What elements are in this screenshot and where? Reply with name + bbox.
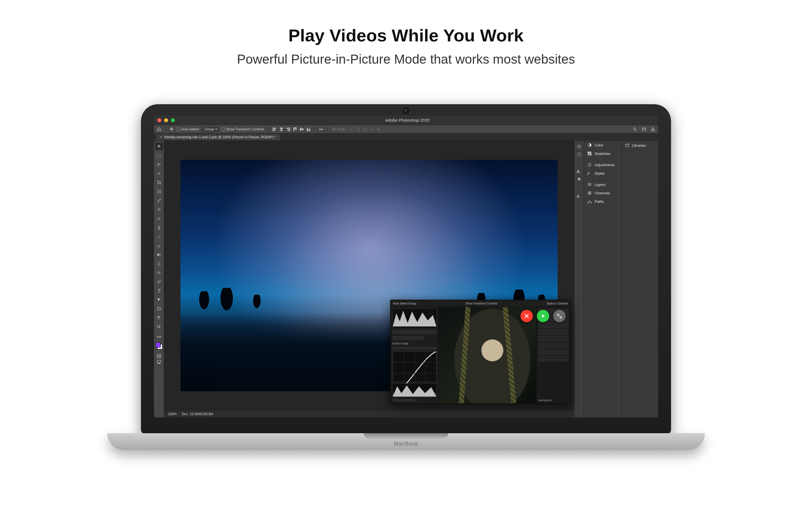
svg-point-20 <box>322 129 323 129</box>
pip-expand-button[interactable] <box>553 310 566 322</box>
window-title: Adobe Photoshop 2020 <box>175 118 640 122</box>
edit-toolbar-icon[interactable] <box>157 335 161 339</box>
pip-close-button[interactable] <box>520 310 533 322</box>
align-distribute-icons[interactable] <box>272 127 311 131</box>
properties-panel-icon[interactable] <box>577 152 581 157</box>
glyphs-panel-icon[interactable]: A <box>577 194 581 199</box>
screen-mode-icon[interactable] <box>157 359 161 364</box>
zoom-tool[interactable] <box>155 323 163 331</box>
panel-item-paths[interactable]: Paths <box>584 197 621 206</box>
hinge-notch <box>364 433 448 439</box>
healing-brush-tool[interactable] <box>155 206 163 214</box>
styles-panel-icon: fx <box>587 171 592 175</box>
character-panel-icon[interactable]: A <box>577 169 581 174</box>
curves-panel[interactable] <box>393 351 437 382</box>
panel-label: Layers <box>595 182 606 187</box>
pip-play-button[interactable] <box>537 310 549 322</box>
pip-panel-row[interactable] <box>393 330 437 334</box>
pip-titlebar[interactable]: Auto-Select Group Show Transform Control… <box>391 300 570 307</box>
pip-panel-row <box>393 347 437 349</box>
blur-tool[interactable] <box>155 260 163 268</box>
svg-rect-42 <box>158 363 160 363</box>
pen-tool[interactable] <box>155 278 163 286</box>
share-icon[interactable] <box>651 127 655 131</box>
pip-panel-row[interactable] <box>393 336 423 340</box>
doc-size[interactable]: Doc: 10.00M/330.6M <box>182 412 213 416</box>
eraser-tool[interactable] <box>155 242 163 249</box>
home-icon[interactable] <box>157 127 161 131</box>
histogram-icon <box>393 383 437 393</box>
brush-tool[interactable] <box>155 215 163 223</box>
panel-item-swatches[interactable]: Swatches <box>584 149 621 158</box>
crop-tool[interactable] <box>155 179 163 186</box>
window-minimize-button[interactable] <box>164 118 168 122</box>
clone-stamp-tool[interactable] <box>155 224 163 231</box>
panel-item-styles[interactable]: fx Styles <box>584 169 621 177</box>
history-panel-icon[interactable] <box>577 144 581 149</box>
panel-label: Adjustments <box>595 163 615 167</box>
panel-label: Channels <box>595 191 610 195</box>
svg-rect-11 <box>296 128 296 130</box>
close-tab-icon[interactable]: × <box>160 135 162 139</box>
gradient-tool[interactable] <box>155 251 163 259</box>
quick-mask-icon[interactable] <box>157 354 161 358</box>
frame-tool[interactable] <box>155 187 163 195</box>
svg-rect-2 <box>274 130 275 131</box>
marketing-headline: Play Videos While You Work <box>0 25 812 45</box>
svg-point-55 <box>591 203 592 203</box>
svg-rect-16 <box>307 128 308 130</box>
search-icon[interactable] <box>633 127 637 131</box>
dodge-tool[interactable] <box>155 269 163 277</box>
auto-select-checkbox[interactable]: Auto-Select: <box>177 127 200 131</box>
move-tool[interactable] <box>155 143 163 151</box>
pip-layer-row[interactable] <box>538 349 568 355</box>
show-transform-checkbox[interactable]: Show Transform Controls <box>221 127 264 131</box>
path-select-tool[interactable] <box>155 296 163 304</box>
panel-item-color[interactable]: Color <box>584 141 621 149</box>
zoom-level[interactable]: 100% <box>168 412 177 416</box>
panel-label: Libraries <box>632 144 646 148</box>
color-swatch[interactable] <box>156 342 162 349</box>
pip-window[interactable]: Auto-Select Group Show Transform Control… <box>390 300 571 404</box>
window-close-button[interactable] <box>157 118 161 122</box>
type-tool[interactable] <box>155 287 163 295</box>
pip-layer-row[interactable] <box>538 329 568 335</box>
panel-item-layers[interactable]: Layers <box>584 180 621 189</box>
quick-select-tool[interactable] <box>155 170 163 177</box>
panel-item-channels[interactable]: Channels <box>584 189 621 197</box>
lasso-tool[interactable] <box>155 161 163 168</box>
auto-select-target-dropdown[interactable]: Group <box>202 127 218 132</box>
panel-item-adjustments[interactable]: Adjustments <box>584 161 621 169</box>
panel-item-libraries[interactable]: Libraries <box>622 141 658 150</box>
svg-rect-34 <box>158 307 160 310</box>
more-options-icon[interactable] <box>319 127 323 131</box>
eyedropper-tool[interactable] <box>155 196 163 205</box>
hand-tool[interactable] <box>155 314 163 322</box>
pip-left-panel: Entire Image <box>391 307 439 403</box>
svg-point-18 <box>319 129 320 129</box>
svg-rect-17 <box>309 129 310 130</box>
svg-rect-15 <box>307 130 310 131</box>
pip-right-label: Styles ▸ Channel <box>547 302 568 305</box>
document-tab[interactable]: × friendly-streaming-raw-1-and-2.psb @ 1… <box>156 134 280 140</box>
pip-layer-row[interactable] <box>538 342 568 348</box>
pip-layer-row[interactable] <box>538 336 568 341</box>
arrange-documents-icon[interactable] <box>642 127 646 131</box>
align-hcenter-icon <box>279 127 284 131</box>
paths-panel-icon <box>587 199 592 204</box>
panel-list-1: Color Swatches Adjustments <box>583 141 621 417</box>
status-caret-icon[interactable]: 〉 <box>218 411 221 416</box>
pip-layer-row[interactable] <box>538 322 568 328</box>
tools-palette <box>154 141 164 417</box>
shape-tool[interactable] <box>155 305 163 313</box>
pip-layer-row[interactable] <box>538 356 568 362</box>
paragraph-panel-icon[interactable] <box>577 177 581 182</box>
svg-point-24 <box>378 129 379 129</box>
history-brush-tool[interactable] <box>155 233 163 240</box>
svg-point-38 <box>160 337 161 337</box>
svg-point-25 <box>633 128 636 130</box>
window-zoom-button[interactable] <box>171 118 175 122</box>
marquee-tool[interactable] <box>155 152 163 159</box>
pip-panel-row[interactable] <box>393 399 417 402</box>
svg-rect-8 <box>288 130 289 131</box>
